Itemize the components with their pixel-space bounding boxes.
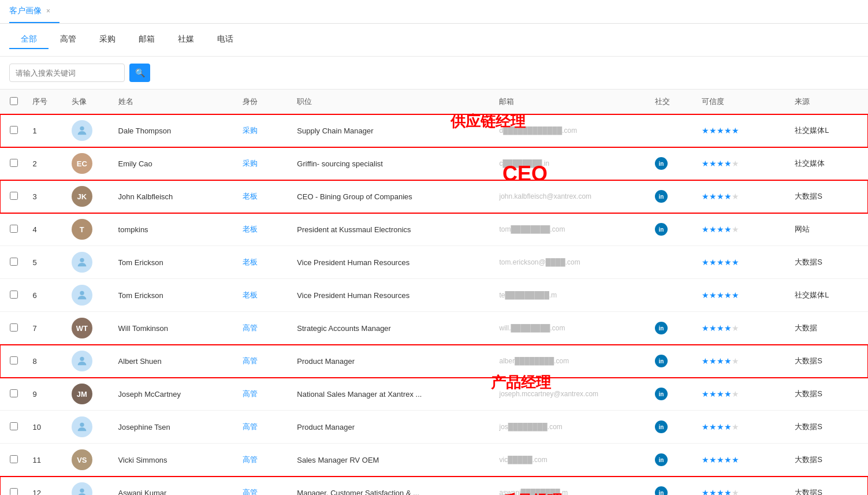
row-confidence: ★★★★★ [697, 477, 791, 496]
row-position: Griffin- sourcing specialist [292, 147, 494, 180]
row-position: Product Manager [292, 411, 494, 444]
search-button[interactable]: 🔍 [129, 64, 150, 82]
row-social: in [650, 180, 697, 213]
table-row[interactable]: 11 VS Vicki Simmons 高管 Sales Manager RV … [0, 444, 868, 477]
row-checkbox-cell [0, 279, 28, 312]
row-checkbox[interactable] [10, 291, 18, 299]
row-name: John Kalbfleisch [114, 180, 238, 213]
main-tab[interactable]: 客户画像 × [9, 0, 59, 23]
row-checkbox[interactable] [10, 455, 18, 463]
row-social [650, 114, 697, 147]
table-row[interactable]: 5 Tom Erickson 老板 Vice President Human R… [0, 246, 868, 279]
row-checkbox[interactable] [10, 422, 18, 430]
table-row[interactable]: 4 T tompkins 老板 President at Kussmaul El… [0, 213, 868, 246]
table-row[interactable]: 6 Tom Erickson 老板 Vice President Human R… [0, 279, 868, 312]
row-confidence: ★★★★★ [697, 246, 791, 279]
row-identity[interactable]: 高管 [238, 312, 292, 345]
table-row[interactable]: 2 EC Emily Cao 采购 Griffin- sourcing spec… [0, 147, 868, 180]
table-wrapper: 供应链经理 CEO 产品经理 质量经理 序号 头像 姓名 身份 职位 邮箱 社交… [0, 90, 868, 495]
row-identity[interactable]: 高管 [238, 444, 292, 477]
row-identity[interactable]: 采购 [238, 147, 292, 180]
table-row[interactable]: 10 Josephine Tsen 高管 Product Manager jos… [0, 411, 868, 444]
row-checkbox[interactable] [10, 488, 18, 496]
row-position: Manager, Customer Satisfaction & ... [292, 477, 494, 496]
row-confidence: ★★★★★ [697, 444, 791, 477]
filter-tab-email[interactable]: 邮箱 [127, 31, 166, 49]
filter-tab-purchase[interactable]: 采购 [88, 31, 127, 49]
row-checkbox-cell [0, 246, 28, 279]
row-checkbox-cell [0, 477, 28, 496]
linkedin-badge[interactable]: in [655, 388, 668, 400]
row-email: joseph.mccartney@xantrex.com [494, 378, 650, 411]
row-social: in [650, 312, 697, 345]
linkedin-badge[interactable]: in [655, 453, 668, 466]
row-name: Joseph McCartney [114, 378, 238, 411]
row-source: 社交媒体L [790, 114, 868, 147]
linkedin-badge[interactable]: in [655, 157, 668, 170]
row-identity[interactable]: 高管 [238, 378, 292, 411]
row-identity[interactable]: 采购 [238, 114, 292, 147]
row-position: National Sales Manager at Xantrex ... [292, 378, 494, 411]
table-row[interactable]: 1 Dale Thompson 采购 Supply Chain Manager … [0, 114, 868, 147]
row-avatar: T [67, 213, 114, 246]
filter-tabs-container: 全部 高管 采购 邮箱 社媒 电话 [0, 24, 868, 57]
table-row[interactable]: 9 JM Joseph McCartney 高管 National Sales … [0, 378, 868, 411]
row-checkbox[interactable] [10, 258, 18, 266]
row-position: Product Manager [292, 345, 494, 378]
linkedin-badge[interactable]: in [655, 223, 668, 236]
row-checkbox[interactable] [10, 323, 18, 332]
filter-tab-phone[interactable]: 电话 [206, 31, 245, 49]
header-name: 姓名 [114, 90, 238, 114]
table-row[interactable]: 12 Aswani Kumar 高管 Manager, Customer Sat… [0, 477, 868, 496]
row-email: alber████████.com [494, 345, 650, 378]
row-position: Vice President Human Resources [292, 246, 494, 279]
row-confidence: ★★★★★ [697, 147, 791, 180]
row-source: 大数据 [790, 312, 868, 345]
row-avatar [67, 411, 114, 444]
row-identity[interactable]: 老板 [238, 180, 292, 213]
row-checkbox[interactable] [10, 356, 18, 364]
row-identity[interactable]: 老板 [238, 213, 292, 246]
tab-label: 客户画像 [9, 6, 42, 16]
linkedin-badge[interactable]: in [655, 355, 668, 367]
linkedin-badge[interactable]: in [655, 322, 668, 334]
row-name: Dale Thompson [114, 114, 238, 147]
row-social [650, 279, 697, 312]
filter-tab-social[interactable]: 社媒 [166, 31, 206, 49]
row-checkbox[interactable] [10, 159, 18, 167]
search-input[interactable] [9, 64, 125, 82]
table-row[interactable]: 8 Albert Shuen 高管 Product Manager alber█… [0, 345, 868, 378]
row-confidence: ★★★★★ [697, 279, 791, 312]
row-checkbox[interactable] [10, 225, 18, 233]
row-email: john.kalbfleisch@xantrex.com [494, 180, 650, 213]
row-identity[interactable]: 高管 [238, 411, 292, 444]
row-avatar: WT [67, 312, 114, 345]
row-email: d████████████.com [494, 114, 650, 147]
row-source: 大数据S [790, 477, 868, 496]
select-all-checkbox[interactable] [10, 97, 18, 105]
row-social: in [650, 147, 697, 180]
row-identity[interactable]: 老板 [238, 279, 292, 312]
header-email: 邮箱 [494, 90, 650, 114]
row-identity[interactable]: 高管 [238, 345, 292, 378]
row-identity[interactable]: 高管 [238, 477, 292, 496]
row-checkbox-cell [0, 114, 28, 147]
filter-tab-executive[interactable]: 高管 [49, 31, 88, 49]
close-tab-icon[interactable]: × [46, 7, 50, 15]
filter-tab-all[interactable]: 全部 [9, 31, 49, 49]
row-checkbox[interactable] [10, 389, 18, 397]
row-checkbox[interactable] [10, 192, 18, 200]
row-social: in [650, 345, 697, 378]
search-icon: 🔍 [135, 68, 145, 77]
table-row[interactable]: 7 WT Will Tomkinson 高管 Strategic Account… [0, 312, 868, 345]
linkedin-badge[interactable]: in [655, 486, 668, 495]
table-row[interactable]: 3 JK John Kalbfleisch 老板 CEO - Bining Gr… [0, 180, 868, 213]
linkedin-badge[interactable]: in [655, 190, 668, 203]
linkedin-badge[interactable]: in [655, 420, 668, 433]
row-avatar: EC [67, 147, 114, 180]
row-identity[interactable]: 老板 [238, 246, 292, 279]
row-email: tom.erickson@████.com [494, 246, 650, 279]
row-seq: 6 [28, 279, 66, 312]
row-source: 大数据S [790, 444, 868, 477]
row-checkbox[interactable] [10, 126, 18, 134]
